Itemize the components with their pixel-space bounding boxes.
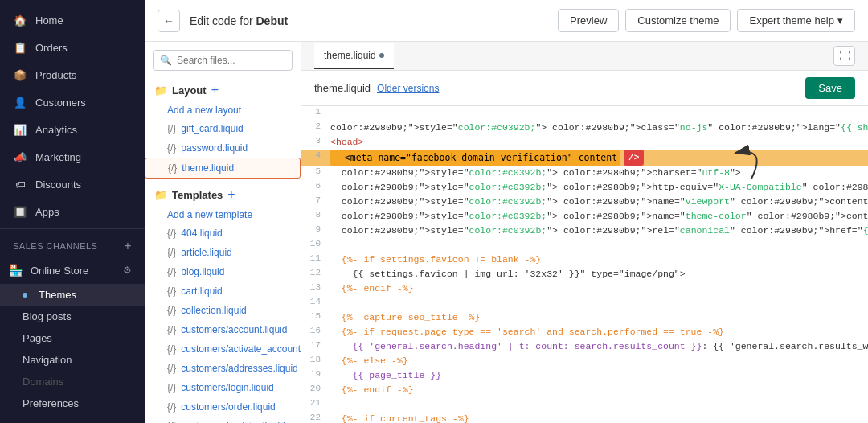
line-number: 10: [301, 238, 330, 253]
tab-theme-liquid[interactable]: theme.liquid: [314, 43, 394, 69]
code-line-3: 3<head>: [301, 135, 868, 150]
sidebar-item-label: Orders: [35, 42, 68, 54]
sidebar-sub-themes[interactable]: Themes: [0, 284, 145, 306]
discounts-icon: 🏷: [13, 177, 27, 191]
line-content: {%- endif -%}: [330, 281, 868, 296]
expand-area: ⛶: [833, 46, 855, 66]
file-item-theme-liquid[interactable]: {/} theme.liquid: [145, 158, 301, 179]
sidebar-sub-preferences[interactable]: Preferences: [0, 392, 145, 414]
store-settings-icon[interactable]: ⚙: [123, 265, 132, 276]
line-content: {{ 'general.search.heading' | t: count: …: [330, 339, 868, 354]
code-line-8: 8 color:#2980b9;">style="color:#c0392b;"…: [301, 209, 868, 224]
file-item-cust-account[interactable]: {/} customers/account.liquid: [145, 320, 301, 339]
sidebar-item-marketing[interactable]: 📣 Marketing: [0, 143, 145, 170]
preview-button[interactable]: Preview: [558, 9, 619, 32]
file-item-article[interactable]: {/} article.liquid: [145, 243, 301, 262]
file-prefix: {/}: [167, 305, 176, 316]
file-name: collection.liquid: [181, 305, 246, 316]
file-name: password.liquid: [181, 142, 248, 154]
search-input[interactable]: [177, 55, 285, 66]
layout-section-header[interactable]: 📁 Layout +: [145, 79, 301, 101]
add-new-template-link[interactable]: Add a new template: [145, 206, 301, 224]
code-editor[interactable]: 12color:#2980b9;">style="color:#c0392b;"…: [301, 106, 868, 423]
add-new-layout-link[interactable]: Add a new layout: [145, 101, 301, 119]
code-line-20: 20 {%- endif -%}: [301, 383, 868, 397]
folder-icon: 📁: [154, 189, 167, 201]
sidebar-sub-navigation[interactable]: Navigation: [0, 349, 145, 371]
file-item-cust-register[interactable]: {/} customers/register.liquid: [145, 417, 301, 423]
store-icon: 🏪: [8, 263, 23, 277]
analytics-icon: 📊: [13, 122, 27, 137]
line-content: color:#2980b9;">style="color:#c0392b;"> …: [330, 224, 868, 238]
add-layout-icon[interactable]: +: [211, 83, 219, 97]
sidebar-sub-pages[interactable]: Pages: [0, 327, 145, 349]
code-line-15: 15 {%- capture seo_title -%}: [301, 310, 868, 325]
line-number: 17: [301, 339, 330, 354]
back-button[interactable]: ←: [158, 10, 180, 32]
sidebar-item-label: Marketing: [35, 151, 81, 163]
save-button[interactable]: Save: [805, 77, 855, 99]
templates-section-header[interactable]: 📁 Templates +: [145, 183, 301, 206]
code-line-7: 7 color:#2980b9;">style="color:#c0392b;"…: [301, 195, 868, 209]
older-versions-link[interactable]: Older versions: [377, 83, 439, 94]
sidebar-item-analytics[interactable]: 📊 Analytics: [0, 116, 145, 143]
file-item-blog[interactable]: {/} blog.liquid: [145, 262, 301, 281]
sales-channels-header: SALES CHANNELS +: [0, 232, 145, 257]
line-number: 6: [301, 180, 330, 195]
sidebar-item-products[interactable]: 📦 Products: [0, 61, 145, 88]
file-item-password[interactable]: {/} password.liquid: [145, 138, 301, 158]
file-item-cust-activate[interactable]: {/} customers/activate_account.lic...: [145, 339, 301, 359]
line-number: 12: [301, 267, 330, 281]
customize-theme-button[interactable]: Customize theme: [625, 9, 731, 32]
sidebar-item-customers[interactable]: 👤 Customers: [0, 88, 145, 116]
file-name: blog.liquid: [181, 266, 224, 277]
line-content: color:#2980b9;">style="color:#c0392b;"> …: [330, 180, 868, 195]
sidebar-item-discounts[interactable]: 🏷 Discounts: [0, 170, 145, 198]
code-line-5: 5 color:#2980b9;">style="color:#c0392b;"…: [301, 166, 868, 180]
line-content: {%- if settings.favicon != blank -%}: [330, 253, 868, 267]
file-item-cust-login[interactable]: {/} customers/login.liquid: [145, 378, 301, 397]
products-icon: 📦: [13, 68, 27, 82]
line-content: [330, 397, 868, 412]
online-store-label: Online Store: [31, 265, 115, 277]
theme-name: Debut: [256, 14, 289, 27]
sidebar-item-apps[interactable]: 🔲 Apps: [0, 198, 145, 225]
sales-channels-label: SALES CHANNELS: [13, 241, 97, 251]
file-item-cart[interactable]: {/} cart.liquid: [145, 281, 301, 301]
search-box[interactable]: 🔍: [153, 50, 293, 71]
file-item-cust-addresses[interactable]: {/} customers/addresses.liquid: [145, 359, 301, 378]
file-name: gift_card.liquid: [181, 123, 243, 134]
file-item-collection[interactable]: {/} collection.liquid: [145, 301, 301, 320]
line-number: 8: [301, 209, 330, 224]
file-prefix: {/}: [167, 324, 176, 335]
line-number: 20: [301, 383, 330, 397]
code-line-19: 19 {{ page_title }}: [301, 368, 868, 383]
sidebar-item-label: Products: [35, 69, 76, 81]
line-number: 13: [301, 281, 330, 296]
line-content: [330, 296, 868, 310]
templates-section: 📁 Templates + Add a new template {/} 404…: [145, 183, 301, 423]
line-content: [330, 238, 868, 253]
add-sales-channel-icon[interactable]: +: [124, 239, 132, 253]
line-number: 9: [301, 224, 330, 238]
code-line-2: 2color:#2980b9;">style="color:#c0392b;">…: [301, 121, 868, 135]
code-line-9: 9 color:#2980b9;">style="color:#c0392b;"…: [301, 224, 868, 238]
sidebar-item-orders[interactable]: 📋 Orders: [0, 34, 145, 61]
line-number: 21: [301, 397, 330, 412]
file-item-404[interactable]: {/} 404.liquid: [145, 224, 301, 243]
sidebar-sub-blog-posts[interactable]: Blog posts: [0, 306, 145, 327]
domains-label: Domains: [23, 376, 63, 388]
sidebar-item-home[interactable]: 🏠 Home: [0, 6, 145, 34]
file-item-cust-order[interactable]: {/} customers/order.liquid: [145, 397, 301, 417]
file-item-gift-card[interactable]: {/} gift_card.liquid: [145, 119, 301, 138]
expert-help-button[interactable]: Expert theme help ▾: [737, 9, 855, 32]
main-content: ← Edit code for Debut Preview Customize …: [145, 0, 868, 423]
sidebar-item-online-store[interactable]: 🏪 Online Store ⚙: [0, 257, 145, 284]
orders-icon: 📋: [13, 40, 27, 55]
line-content: {%- endif -%}: [330, 383, 868, 397]
file-prefix: {/}: [167, 363, 176, 374]
add-template-icon[interactable]: +: [227, 187, 235, 202]
code-line-1: 1: [301, 106, 868, 121]
expand-editor-button[interactable]: ⛶: [833, 46, 855, 66]
file-prefix: {/}: [167, 142, 176, 154]
